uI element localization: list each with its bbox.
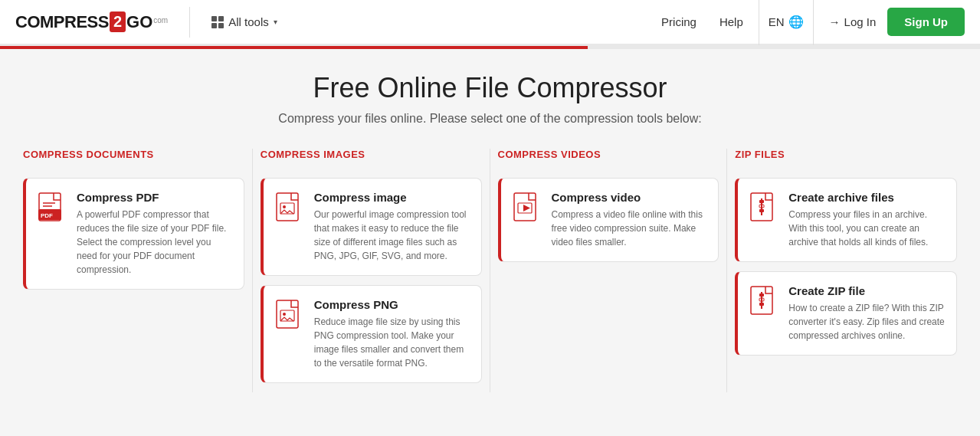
tool-info-create-archive: Create archive files Compress your files… — [788, 191, 946, 249]
column-videos: COMPRESS VIDEOS Compress video Compress … — [490, 149, 728, 392]
header: COMPRESS 2 GO com All tools ▾ Pricing He… — [0, 0, 980, 46]
tool-title-compress-video: Compress video — [552, 191, 708, 204]
login-button[interactable]: → Log In — [829, 15, 877, 28]
svg-rect-16 — [759, 200, 764, 203]
all-tools-label: All tools — [228, 15, 269, 28]
all-tools-button[interactable]: All tools ▾ — [204, 11, 285, 33]
logo-part1: COMPRESS — [15, 12, 109, 32]
main-content: Free Online File Compressor Compress you… — [0, 49, 980, 408]
svg-point-7 — [283, 205, 286, 208]
column-videos-header: COMPRESS VIDEOS — [498, 149, 719, 166]
page-subtitle: Compress your files online. Please selec… — [15, 112, 965, 126]
column-images-header: COMPRESS IMAGES — [261, 149, 482, 166]
svg-rect-5 — [277, 193, 298, 221]
logo[interactable]: COMPRESS 2 GO com — [15, 11, 168, 32]
column-documents-header: COMPRESS DOCUMENTS — [23, 149, 244, 166]
tool-title-create-archive: Create archive files — [788, 191, 946, 204]
tool-info-compress-image: Compress image Our powerful image compre… — [314, 191, 470, 263]
svg-rect-18 — [759, 209, 764, 212]
img-icon-2 — [274, 298, 305, 335]
tool-card-compress-video[interactable]: Compress video Compress a video file onl… — [498, 178, 719, 262]
zip-icon-2 — [749, 284, 779, 321]
tool-info-compress-pdf: Compress PDF A powerful PDF compressor t… — [77, 191, 233, 277]
zip-icon-1 — [749, 191, 779, 228]
tool-columns: COMPRESS DOCUMENTS PDF Compress PDF A po… — [15, 149, 965, 392]
svg-point-10 — [283, 313, 286, 316]
login-label: Log In — [844, 15, 877, 28]
logo-part3: GO — [126, 12, 152, 32]
pdf-icon: PDF — [37, 191, 67, 228]
column-zip-header: ZIP FILES — [735, 149, 957, 166]
svg-rect-8 — [277, 300, 298, 328]
tool-desc-compress-video: Compress a video file online with this f… — [552, 208, 708, 249]
help-link[interactable]: Help — [719, 15, 743, 28]
tool-card-compress-pdf[interactable]: PDF Compress PDF A powerful PDF compress… — [23, 178, 244, 290]
tool-info-compress-png: Compress PNG Reduce image file size by u… — [314, 298, 470, 370]
tool-desc-create-archive: Compress your files in an archive. With … — [788, 208, 946, 249]
svg-text:PDF: PDF — [41, 212, 53, 219]
tool-card-compress-image[interactable]: Compress image Our powerful image compre… — [261, 178, 482, 276]
globe-icon: 🌐 — [788, 15, 804, 29]
tool-title-compress-pdf: Compress PDF — [77, 191, 233, 204]
img-icon-1 — [274, 191, 305, 228]
svg-rect-21 — [759, 293, 764, 297]
vid-icon — [512, 191, 542, 228]
header-nav: Pricing Help — [661, 15, 743, 28]
grid-icon — [211, 16, 224, 28]
signup-button[interactable]: Sign Up — [887, 8, 965, 36]
tool-title-create-zip: Create ZIP file — [788, 284, 946, 297]
logo-suffix: com — [153, 16, 168, 25]
lang-label: EN — [769, 15, 785, 28]
svg-rect-23 — [759, 303, 764, 306]
tool-desc-create-zip: How to create a ZIP file? With this ZIP … — [788, 301, 946, 343]
column-zip: ZIP FILES Create archive files Compress … — [727, 149, 965, 392]
column-images: COMPRESS IMAGES Compress image Our power… — [253, 149, 490, 392]
language-button[interactable]: EN 🌐 — [759, 0, 814, 45]
chevron-down-icon: ▾ — [274, 18, 277, 26]
tool-info-compress-video: Compress video Compress a video file onl… — [552, 191, 708, 249]
tool-title-compress-png: Compress PNG — [314, 298, 470, 311]
tool-card-compress-png[interactable]: Compress PNG Reduce image file size by u… — [261, 285, 482, 383]
tool-desc-compress-pdf: A powerful PDF compressor that reduces t… — [77, 208, 233, 277]
tool-info-create-zip: Create ZIP file How to create a ZIP file… — [788, 284, 946, 343]
tool-card-create-archive[interactable]: Create archive files Compress your files… — [735, 178, 957, 262]
pricing-link[interactable]: Pricing — [661, 15, 696, 28]
column-documents: COMPRESS DOCUMENTS PDF Compress PDF A po… — [15, 149, 253, 392]
tool-desc-compress-png: Reduce image file size by using this PNG… — [314, 315, 470, 370]
login-arrow-icon: → — [829, 15, 841, 28]
tool-title-compress-image: Compress image — [314, 191, 470, 204]
auth-area: → Log In Sign Up — [829, 8, 965, 36]
header-divider — [189, 7, 190, 38]
page-title: Free Online File Compressor — [15, 72, 965, 104]
logo-part2: 2 — [110, 11, 126, 32]
tool-card-create-zip[interactable]: Create ZIP file How to create a ZIP file… — [735, 271, 957, 356]
tool-desc-compress-image: Our powerful image compression tool that… — [314, 208, 470, 263]
